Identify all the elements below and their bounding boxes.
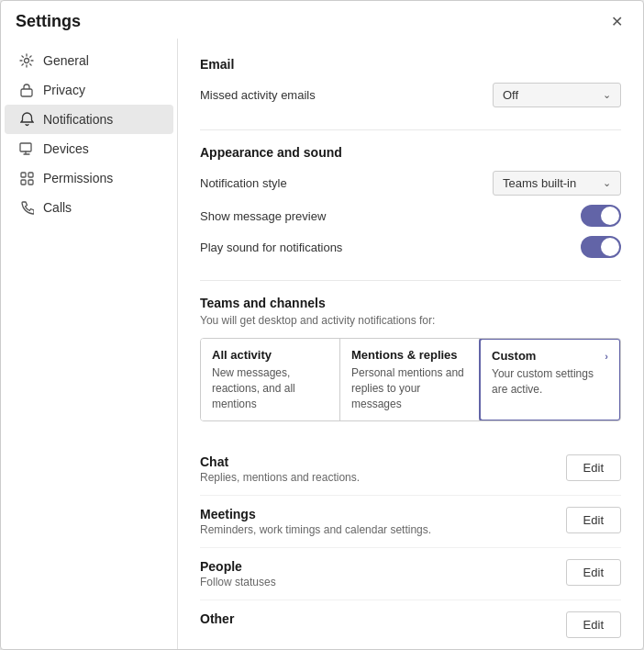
title-bar: Settings ✕ (1, 1, 643, 39)
sidebar-label-calls: Calls (43, 200, 72, 215)
grid-icon (19, 171, 34, 185)
sidebar-item-permissions[interactable]: Permissions (5, 163, 173, 193)
meetings-label-block: Meetings Reminders, work timings and cal… (200, 507, 431, 536)
mentions-replies-title: Mentions & replies (351, 348, 468, 362)
missed-activity-label: Missed activity emails (200, 88, 316, 102)
sidebar-label-privacy: Privacy (43, 83, 85, 97)
close-button[interactable]: ✕ (605, 13, 628, 31)
teams-channels-title: Teams and channels (200, 296, 621, 310)
all-activity-desc: New messages, reactions, and all mention… (212, 365, 328, 411)
bell-icon (19, 112, 34, 127)
chat-subtitle: Replies, mentions and reactions. (200, 471, 360, 484)
chat-edit-row: Chat Replies, mentions and reactions. Ed… (200, 443, 621, 496)
show-message-preview-label: Show message preview (200, 209, 326, 223)
appearance-section-title: Appearance and sound (200, 145, 621, 160)
chat-label-block: Chat Replies, mentions and reactions. (200, 454, 360, 484)
other-label-block: Other (200, 611, 234, 628)
chat-edit-button[interactable]: Edit (566, 454, 621, 481)
teams-channels-subtitle: You will get desktop and activity notifi… (200, 314, 621, 327)
svg-point-0 (25, 59, 29, 63)
monitor-icon (19, 141, 34, 156)
missed-activity-row: Missed activity emails Off ⌄ (200, 83, 621, 107)
email-section: Email Missed activity emails Off ⌄ (200, 57, 621, 107)
sidebar: General Privacy (1, 39, 178, 649)
missed-activity-dropdown[interactable]: Off ⌄ (493, 83, 621, 107)
chevron-down-icon: ⌄ (603, 89, 611, 101)
sidebar-item-devices[interactable]: Devices (5, 134, 173, 163)
people-label-block: People Follow statuses (200, 559, 276, 588)
play-sound-toggle[interactable] (581, 236, 621, 258)
phone-icon (19, 200, 34, 215)
other-edit-row: Other Edit (200, 600, 621, 649)
settings-main-panel: Email Missed activity emails Off ⌄ Appea… (178, 39, 643, 649)
all-activity-title: All activity (212, 348, 328, 362)
channel-card-all-activity[interactable]: All activity New messages, reactions, an… (201, 339, 340, 420)
show-message-preview-row: Show message preview (200, 205, 621, 227)
sidebar-label-notifications: Notifications (43, 112, 113, 127)
play-sound-label: Play sound for notifications (200, 241, 342, 254)
notification-style-row: Notification style Teams built-in ⌄ (200, 171, 621, 196)
channel-card-custom[interactable]: Custom › Your custom settings are active… (479, 338, 621, 421)
divider-1 (200, 129, 621, 130)
mentions-replies-desc: Personal mentions and replies to your me… (351, 365, 468, 411)
notification-style-dropdown[interactable]: Teams built-in ⌄ (493, 171, 621, 196)
custom-title: Custom › (492, 349, 608, 363)
svg-rect-1 (21, 89, 32, 96)
missed-activity-dropdown-value: Off (503, 88, 518, 102)
notification-style-label: Notification style (200, 176, 287, 190)
meetings-edit-row: Meetings Reminders, work timings and cal… (200, 496, 621, 548)
lock-icon (19, 83, 34, 97)
channel-cards-container: All activity New messages, reactions, an… (200, 338, 621, 421)
svg-rect-2 (20, 143, 31, 151)
meetings-subtitle: Reminders, work timings and calendar set… (200, 523, 431, 536)
teams-channels-section: Teams and channels You will get desktop … (200, 296, 621, 421)
people-subtitle: Follow statuses (200, 576, 276, 588)
settings-window: Settings ✕ General (0, 0, 644, 650)
channel-card-mentions-replies[interactable]: Mentions & replies Personal mentions and… (340, 339, 480, 420)
main-content: General Privacy (1, 39, 643, 649)
sidebar-item-notifications[interactable]: Notifications (5, 105, 173, 134)
email-section-title: Email (200, 57, 621, 72)
svg-rect-4 (28, 173, 33, 177)
chat-title: Chat (200, 454, 360, 469)
edit-sections: Chat Replies, mentions and reactions. Ed… (200, 443, 621, 649)
sidebar-item-calls[interactable]: Calls (5, 193, 173, 222)
window-title: Settings (16, 12, 81, 31)
show-message-preview-toggle[interactable] (581, 205, 621, 227)
people-edit-button[interactable]: Edit (566, 559, 621, 586)
gear-icon (19, 53, 34, 68)
svg-rect-3 (21, 173, 26, 177)
meetings-title: Meetings (200, 507, 431, 521)
divider-2 (200, 280, 621, 281)
appearance-section: Appearance and sound Notification style … (200, 145, 621, 258)
chevron-right-icon: › (605, 351, 608, 362)
sidebar-label-permissions: Permissions (43, 171, 113, 185)
sidebar-label-general: General (43, 53, 89, 68)
chevron-down-icon: ⌄ (603, 177, 611, 189)
svg-rect-5 (21, 180, 26, 185)
other-edit-button[interactable]: Edit (566, 611, 621, 638)
meetings-edit-button[interactable]: Edit (566, 507, 621, 533)
sidebar-item-general[interactable]: General (5, 46, 173, 75)
sidebar-label-devices: Devices (43, 141, 89, 156)
sidebar-item-privacy[interactable]: Privacy (5, 75, 173, 105)
svg-rect-6 (28, 180, 33, 185)
other-title: Other (200, 611, 234, 626)
play-sound-row: Play sound for notifications (200, 236, 621, 258)
notification-style-value: Teams built-in (503, 176, 576, 190)
people-title: People (200, 559, 276, 574)
people-edit-row: People Follow statuses Edit (200, 548, 621, 600)
custom-desc: Your custom settings are active. (492, 366, 608, 398)
